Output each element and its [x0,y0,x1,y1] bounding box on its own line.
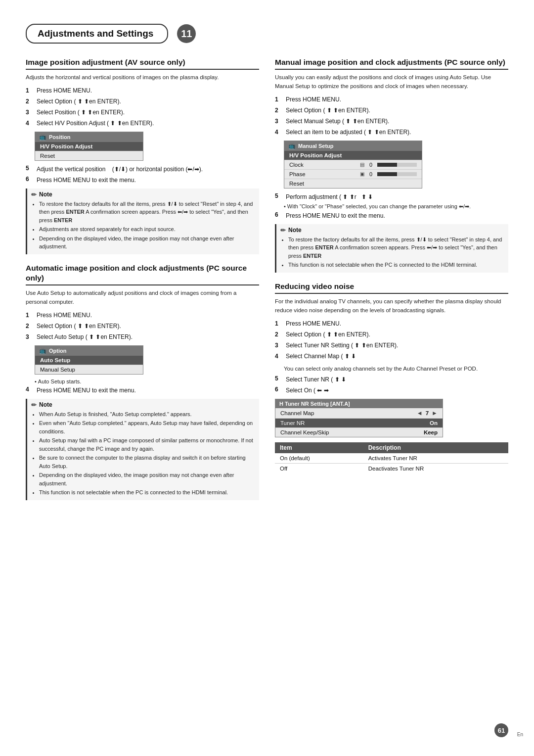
table-cell-desc: Activates Tuner NR [363,453,508,464]
section1-steps: 1 Press HOME MENU. 2 Select Option ( ⬆ ⬆… [26,86,259,128]
section1-title: Image position adjustment (AV source onl… [26,57,259,70]
section-noise-title: Reducing video noise [275,282,508,294]
menu-row-hv: H/V Position Adjust [35,142,143,151]
right-column: Manual image position and clock adjustme… [275,57,508,509]
header-bar: Adjustments and Settings 11 [26,24,508,44]
section-image-position: Image position adjustment (AV source onl… [26,57,259,254]
section-manual-title: Manual image position and clock adjustme… [275,57,508,70]
note-icon3: ✏ [280,227,286,234]
table-header-desc: Description [363,442,508,453]
clock-progress [377,163,417,167]
step-item: 2 Select Option ( ⬆ ⬆en ENTER). [275,106,508,115]
menu-row-clock: Clock ▤ 0 [284,160,422,170]
step5-item: 5 Adjust the vertical position (⬆/⬇) or … [26,165,259,174]
table-cell-item: Off [275,464,363,474]
step5-manual: 5 Perform adjustment ( ⬆ ⬆r ⬆ ⬇ [275,192,508,201]
table-cell-desc: Deactivates Tuner NR [363,464,508,474]
step-item: 2 Select Option ( ⬆ ⬆en ENTER). [26,97,259,106]
manual-menu-header: 📺 Manual Setup [284,141,422,151]
page-lang: En [517,732,523,737]
menu-row-reset: Reset [35,151,143,160]
step-item: 4 Select an item to be adjusted ( ⬆ ⬆en … [275,128,508,137]
tuner-nr-value: On [430,420,438,426]
menu-row-phase: Phase ▣ 0 [284,170,422,179]
phase-progress [377,172,417,176]
menu-icon: 📺 [39,134,46,141]
section-auto-image: Automatic image position and clock adjus… [26,263,259,500]
section2-title: Automatic image position and clock adjus… [26,263,259,285]
manual-note: ✏ Note To restore the factory defaults f… [275,224,508,273]
step-item: 4 Select Channel Map ( ⬆ ⬇ [275,352,508,361]
step6-noise: 6 Select On ( ⬅ ➡ [275,386,508,395]
nr-row-tuner: Tuner NR On [275,419,443,428]
step5-noise: 5 Select Tuner NR ( ⬆ ⬇ [275,375,508,384]
menu-row-manual: Manual Setup [35,365,143,374]
table-row: On (default) Activates Tuner NR [275,453,508,464]
note-icon: ✏ [31,191,37,198]
section-manual-image: Manual image position and clock adjustme… [275,57,508,273]
clock-icon: ▤ [360,162,364,167]
section2-note: ✏ Note When Auto Setup is finished, "Aut… [26,399,259,500]
page-title: Adjustments and Settings [26,24,168,44]
content-columns: Image position adjustment (AV source onl… [26,57,508,509]
step-item: 3 Select Position ( ⬆ ⬆en ENTER). [26,108,259,117]
chapter-number: 11 [177,24,196,43]
manual-steps: 1 Press HOME MENU. 2 Select Option ( ⬆ ⬆… [275,95,508,137]
manual-menu-box: 📺 Manual Setup H/V Position Adjust Clock… [284,141,422,189]
step-item: 3 Select Auto Setup ( ⬆ ⬆en ENTER). [26,332,259,341]
note-icon2: ✏ [31,401,37,409]
step-item: 3 Select Tuner NR Setting ( ⬆ ⬆en ENTER)… [275,341,508,350]
menu-row-hvpos: H/V Position Adjust [284,151,422,160]
step6-manual: 6 Press HOME MENU to exit the menu. [275,211,508,220]
auto-setup-starts: Auto Setup starts. [35,378,259,384]
channel-note: You can select only analog channels set … [284,365,508,374]
option-menu-header: 📺 Option [35,346,143,356]
step4-auto: 4 Press HOME MENU to exit the menu. [26,386,259,395]
noise-steps: 1 Press HOME MENU. 2 Select Option ( ⬆ ⬆… [275,319,508,361]
nr-row-channel-keep: Channel Keep/Skip Keep [275,428,443,437]
menu-row-auto: Auto Setup [35,356,143,365]
description-table: Item Description On (default) Activates … [275,442,508,473]
position-menu-header: 📺 Position [35,132,143,142]
nr-setting-box: H Tuner NR Setting [ANT.A] Channel Map ◄… [275,399,443,437]
step-item: 1 Press HOME MENU. [26,86,259,95]
step6-item: 6 Press HOME MENU to exit the menu. [26,176,259,185]
page: Adjustments and Settings 11 Image positi… [0,0,534,756]
table-header-item: Item [275,442,363,453]
section-manual-body: Usually you can easily adjust the positi… [275,73,508,91]
section1-note: ✏ Note To restore the factory defaults f… [26,189,259,254]
step-item: 1 Press HOME MENU. [275,95,508,104]
menu-row-reset2: Reset [284,179,422,188]
step-item: 2 Select Option ( ⬆ ⬆en ENTER). [26,322,259,331]
nr-row-channel: Channel Map ◄ 7 ► [275,408,443,419]
table-row: Off Deactivates Tuner NR [275,464,508,474]
table-cell-item: On (default) [275,453,363,464]
nr-box-header: H Tuner NR Setting [ANT.A] [275,399,443,408]
step-item: 4 Select H/V Position Adjust ( ⬆ ⬆en ENT… [26,119,259,128]
position-menu-box: 📺 Position H/V Position Adjust Reset [35,132,143,161]
menu-icon3: 📺 [288,142,296,149]
channel-left-arrow[interactable]: ◄ [417,410,423,417]
step-item: 2 Select Option ( ⬆ ⬆en ENTER). [275,330,508,339]
step-item: 3 Select Manual Setup ( ⬆ ⬆en ENTER). [275,117,508,126]
step5-subnote: With "Clock" or "Phase" selected, you ca… [284,203,508,210]
section-reducing-noise: Reducing video noise For the individual … [275,282,508,474]
keep-skip-value: Keep [424,429,438,435]
step-item: 1 Press HOME MENU. [275,319,508,328]
section1-steps-cont: 5 Adjust the vertical position (⬆/⬇) or … [26,165,259,185]
section2-steps: 1 Press HOME MENU. 2 Select Option ( ⬆ ⬆… [26,311,259,341]
step-item: 1 Press HOME MENU. [26,311,259,320]
section1-body: Adjusts the horizontal and vertical posi… [26,73,259,82]
section2-body: Use Auto Setup to automatically adjust p… [26,289,259,307]
phase-icon: ▣ [360,171,364,177]
option-menu-box: 📺 Option Auto Setup Manual Setup [35,345,143,375]
section-noise-body: For the individual analog TV channels, y… [275,297,508,315]
channel-value: 7 [426,410,429,416]
page-number: 61 [494,723,508,737]
channel-right-arrow[interactable]: ► [432,410,438,417]
left-column: Image position adjustment (AV source onl… [26,57,259,509]
menu-icon2: 📺 [39,347,46,354]
